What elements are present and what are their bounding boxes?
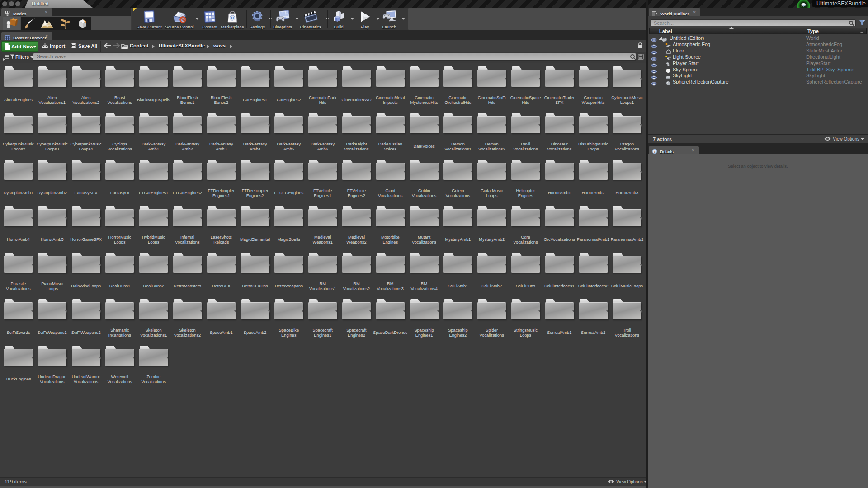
- svg-text:U: U: [231, 16, 234, 20]
